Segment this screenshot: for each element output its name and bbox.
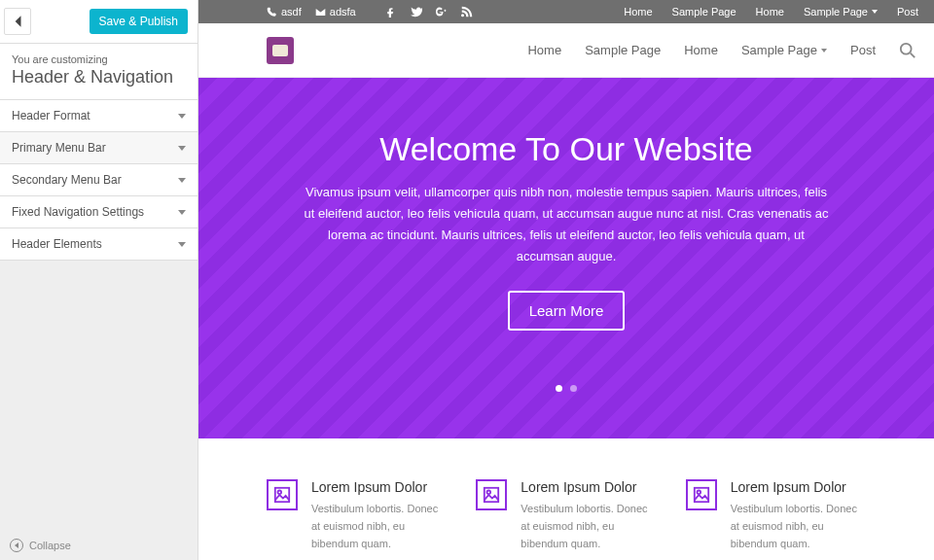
- sidebar-subtitle: You are customizing: [12, 53, 186, 65]
- slider-dot-2[interactable]: [570, 385, 577, 392]
- hero-body: Vivamus ipsum velit, ullamcorper quis ni…: [304, 182, 829, 267]
- feature-item: Lorem Ipsum DolorVestibulum lobortis. Do…: [267, 479, 447, 552]
- feature-title: Lorem Ipsum Dolor: [311, 479, 447, 495]
- feature-text: Vestibulum lobortis. Donec at euismod ni…: [731, 501, 866, 552]
- preview-pane: asdf adsfa Home Sample Page Home: [198, 0, 934, 560]
- main-nav: Home Sample Page Home Sample Page Post: [527, 42, 916, 59]
- mainnav-sample-page[interactable]: Sample Page: [585, 43, 661, 57]
- feature-title: Lorem Ipsum Dolor: [521, 479, 656, 495]
- mainnav-sample-page-dropdown[interactable]: Sample Page: [741, 43, 827, 57]
- rss-icon[interactable]: [461, 6, 473, 18]
- collapse-icon: [10, 539, 23, 552]
- svg-point-0: [901, 43, 912, 53]
- phone-icon: [267, 7, 277, 18]
- hero-title: Welcome To Our Website: [276, 130, 856, 168]
- chevron-down-icon: [178, 178, 186, 183]
- mainnav-post[interactable]: Post: [850, 43, 876, 57]
- accordion-label: Secondary Menu Bar: [12, 173, 122, 187]
- phone-item[interactable]: asdf: [267, 6, 302, 18]
- topnav-post[interactable]: Post: [897, 6, 918, 18]
- secondary-menu-bar: asdf adsfa Home Sample Page Home: [198, 0, 934, 23]
- accordion-header-elements[interactable]: Header Elements: [0, 228, 198, 261]
- twitter-icon[interactable]: [411, 6, 422, 18]
- svg-line-1: [911, 52, 916, 57]
- topnav-sample-page-dropdown[interactable]: Sample Page: [804, 6, 878, 18]
- mainnav-home[interactable]: Home: [527, 43, 561, 57]
- image-icon: [476, 479, 507, 510]
- slider-dots: [276, 385, 856, 392]
- envelope-icon: [315, 7, 326, 18]
- email-text: adsfa: [330, 6, 356, 18]
- phone-text: asdf: [281, 6, 302, 18]
- accordion-fixed-navigation[interactable]: Fixed Navigation Settings: [0, 196, 198, 228]
- feature-text: Vestibulum lobortis. Donec at euismod ni…: [311, 501, 447, 552]
- svg-point-5: [487, 491, 491, 495]
- svg-rect-4: [485, 488, 498, 502]
- feature-item: Lorem Ipsum DolorVestibulum lobortis. Do…: [476, 479, 656, 552]
- primary-menu-bar: Home Sample Page Home Sample Page Post: [198, 23, 934, 78]
- mainnav-home-2[interactable]: Home: [684, 43, 718, 57]
- chevron-down-icon: [178, 210, 186, 215]
- feature-item: Lorem Ipsum DolorVestibulum lobortis. Do…: [686, 479, 866, 552]
- image-icon: [267, 479, 298, 510]
- topnav-home-2[interactable]: Home: [756, 6, 784, 18]
- google-plus-icon[interactable]: [436, 6, 448, 18]
- svg-rect-6: [694, 488, 707, 502]
- topbar-nav: Home Sample Page Home Sample Page Post: [624, 6, 918, 18]
- collapse-label: Collapse: [29, 540, 71, 551]
- sidebar-header: Save & Publish: [0, 0, 198, 44]
- collapse-button[interactable]: Collapse: [0, 531, 198, 560]
- feature-text: Vestibulum lobortis. Donec at euismod ni…: [521, 501, 656, 552]
- customizer-sidebar: Save & Publish You are customizing Heade…: [0, 0, 198, 560]
- chevron-left-icon: [13, 15, 22, 28]
- slider-dot-1[interactable]: [556, 385, 562, 392]
- search-icon[interactable]: [899, 42, 916, 59]
- topnav-home[interactable]: Home: [624, 6, 652, 18]
- nav-label: Sample Page: [804, 6, 868, 18]
- svg-point-3: [278, 491, 282, 495]
- chevron-down-icon: [178, 146, 186, 151]
- email-item[interactable]: adsfa: [315, 6, 356, 18]
- chevron-down-icon: [178, 242, 186, 247]
- accordion-primary-menu-bar[interactable]: Primary Menu Bar: [0, 132, 198, 164]
- site-logo[interactable]: [267, 37, 294, 64]
- sidebar-title-block: You are customizing Header & Navigation: [0, 44, 198, 100]
- back-button[interactable]: [4, 8, 31, 35]
- accordion-header-format[interactable]: Header Format: [0, 100, 198, 132]
- accordion-secondary-menu-bar[interactable]: Secondary Menu Bar: [0, 164, 198, 196]
- accordion-label: Header Elements: [12, 237, 102, 251]
- save-publish-button[interactable]: Save & Publish: [90, 9, 188, 34]
- social-links: [385, 6, 473, 18]
- chevron-down-icon: [872, 10, 878, 14]
- nav-label: Sample Page: [741, 43, 817, 57]
- hero-slider: Welcome To Our Website Vivamus ipsum vel…: [198, 78, 934, 438]
- svg-point-7: [697, 491, 700, 495]
- features-grid: Lorem Ipsum DolorVestibulum lobortis. Do…: [198, 438, 934, 560]
- sidebar-title: Header & Navigation: [12, 67, 186, 88]
- image-icon: [686, 479, 717, 510]
- topnav-sample-page[interactable]: Sample Page: [672, 6, 736, 18]
- accordion-label: Header Format: [12, 109, 90, 122]
- feature-title: Lorem Ipsum Dolor: [731, 479, 866, 495]
- svg-rect-2: [275, 488, 289, 502]
- chevron-down-icon: [178, 114, 186, 119]
- facebook-icon[interactable]: [385, 6, 397, 18]
- accordion-label: Fixed Navigation Settings: [12, 205, 144, 219]
- accordion-label: Primary Menu Bar: [12, 141, 106, 155]
- hero-cta-button[interactable]: Learn More: [508, 291, 626, 331]
- chevron-down-icon: [821, 49, 827, 52]
